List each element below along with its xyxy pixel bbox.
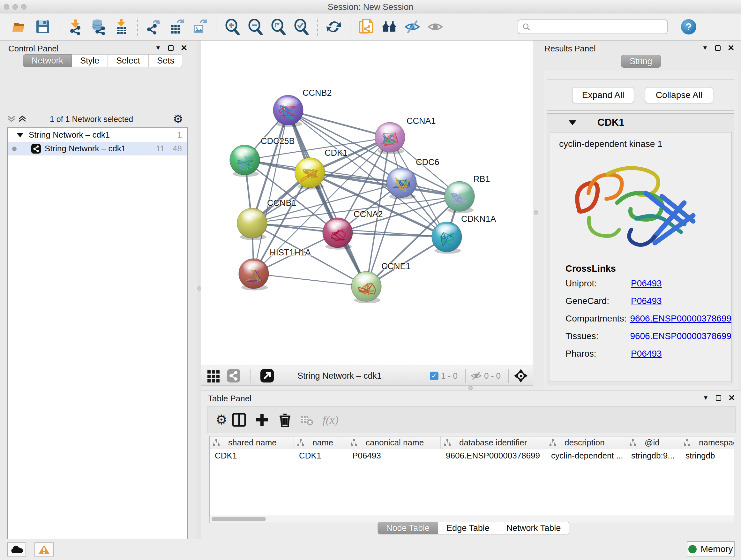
panel-collapse-icon[interactable]: ▼: [703, 394, 709, 401]
memory-button[interactable]: Memory: [687, 541, 735, 557]
column-header-description[interactable]: description: [546, 436, 626, 449]
collapse-expand-all-icon[interactable]: [7, 115, 27, 123]
crosslink-link[interactable]: P06493: [631, 349, 662, 359]
network-view-canvas[interactable]: CCNB2CCNA1CDC25BCDK1CDC6RB1CCNB1CCNA2CDK…: [201, 41, 533, 366]
tab-string[interactable]: String: [621, 55, 661, 68]
import-database-icon[interactable]: [90, 19, 106, 35]
node-table[interactable]: shared namenamecanonical namedatabase id…: [209, 436, 734, 516]
search-input[interactable]: [530, 22, 663, 32]
pan-tool-icon[interactable]: [514, 369, 528, 383]
crosslink-link[interactable]: P06493: [631, 278, 662, 289]
delete-column-icon[interactable]: [278, 413, 292, 427]
panel-float-icon[interactable]: [716, 395, 721, 401]
open-file-icon[interactable]: [12, 19, 28, 35]
tab-style[interactable]: Style: [72, 54, 108, 67]
scrollbar-thumb[interactable]: [212, 517, 266, 521]
refresh-icon[interactable]: [326, 19, 342, 35]
column-header-shared-name[interactable]: shared name: [210, 436, 294, 449]
edge-CCNB2-CCNA1[interactable]: [288, 110, 390, 137]
edge-HIST1H1A-CCNE1[interactable]: [254, 273, 366, 287]
string-import-icon[interactable]: [358, 19, 374, 35]
node-CCNA1[interactable]: CCNA1: [375, 116, 436, 154]
tab-node-table[interactable]: Node Table: [378, 522, 438, 535]
tab-select[interactable]: Select: [108, 54, 149, 67]
table-cell[interactable]: stringdb: [680, 449, 734, 462]
panel-close-icon[interactable]: ✕: [728, 45, 735, 51]
export-table-icon[interactable]: [169, 19, 185, 35]
zoom-fit-icon[interactable]: [270, 19, 286, 35]
table-cell[interactable]: 9606.ENSP00000378699: [441, 449, 546, 462]
collapse-all-button[interactable]: Collapse All: [645, 87, 713, 103]
string-home-icon[interactable]: [381, 19, 397, 35]
panel-float-icon[interactable]: [715, 45, 721, 51]
network-overview-icon[interactable]: [226, 368, 241, 383]
table-options-gear-icon[interactable]: ⚙: [215, 414, 227, 426]
zoom-out-icon[interactable]: [247, 19, 263, 35]
table-cell[interactable]: cyclin-dependent ...: [546, 449, 626, 462]
network-collection-row[interactable]: String Network – cdk1 1: [8, 128, 187, 142]
network-row[interactable]: String Network – cdk1 11 48: [8, 142, 187, 155]
column-header-namespace[interactable]: namespace: [680, 436, 734, 449]
panel-collapse-icon[interactable]: ▼: [155, 44, 161, 51]
edge-CCNB2-CCNE1[interactable]: [288, 110, 366, 287]
node-CDKN1A[interactable]: CDKN1A: [432, 214, 496, 254]
splitter-handle[interactable]: [534, 210, 538, 214]
help-button[interactable]: ?: [681, 19, 696, 35]
column-header-canonical-name[interactable]: canonical name: [347, 436, 441, 449]
node-HIST1H1A[interactable]: HIST1H1A: [239, 248, 311, 291]
collection-expand-icon[interactable]: [17, 133, 23, 137]
export-network-icon[interactable]: [146, 19, 162, 35]
cloud-status-button[interactable]: [7, 543, 26, 557]
zoom-in-icon[interactable]: [224, 19, 240, 35]
delete-table-icon[interactable]: [300, 414, 313, 426]
expand-all-button[interactable]: Expand All: [572, 87, 634, 103]
table-cell[interactable]: CDK1: [210, 449, 294, 462]
column-header--id[interactable]: @id: [626, 436, 680, 449]
show-columns-icon[interactable]: [232, 413, 246, 427]
node-RB1[interactable]: RB1: [445, 174, 490, 213]
crosslink-link[interactable]: P06493: [631, 296, 662, 306]
table-cell[interactable]: CDK1: [294, 449, 347, 462]
table-row[interactable]: CDK1CDK1P064939606.ENSP00000378699cyclin…: [210, 449, 734, 462]
horizontal-splitter[interactable]: [201, 386, 533, 390]
tab-sets[interactable]: Sets: [149, 54, 183, 67]
panel-close-icon[interactable]: ✕: [181, 45, 188, 51]
panel-close-icon[interactable]: ✕: [728, 395, 735, 401]
node-CCNB1[interactable]: CCNB1: [237, 198, 296, 240]
tab-network[interactable]: Network: [23, 54, 72, 67]
node-CCNE1[interactable]: CCNE1: [351, 261, 411, 303]
node-section-header[interactable]: CDK1: [547, 114, 734, 132]
toolbar-separator: [216, 17, 216, 36]
network-options-gear-icon[interactable]: ⚙: [173, 113, 183, 125]
network-graph[interactable]: CCNB2CCNA1CDC25BCDK1CDC6RB1CCNB1CCNA2CDK…: [201, 41, 533, 366]
crosslink-link[interactable]: 9606.ENSP00000378699: [630, 331, 731, 341]
table-cell[interactable]: stringdb:9...: [626, 449, 680, 462]
search-box[interactable]: [518, 19, 668, 34]
right-splitter[interactable]: [533, 41, 539, 390]
column-header-database-identifier[interactable]: database identifier: [441, 436, 546, 449]
export-image-icon[interactable]: [192, 19, 208, 35]
tab-edge-table[interactable]: Edge Table: [438, 522, 498, 535]
panel-float-icon[interactable]: [168, 45, 174, 51]
section-collapse-icon[interactable]: [569, 120, 576, 125]
import-network-icon[interactable]: [67, 19, 83, 35]
node-CDC25B[interactable]: CDC25B: [230, 136, 295, 177]
function-builder-icon[interactable]: f(x): [323, 413, 339, 427]
add-column-icon[interactable]: [255, 413, 269, 427]
selected-checkbox-icon[interactable]: ✓: [430, 372, 439, 380]
hide-glasspane-icon[interactable]: [404, 19, 420, 35]
crosslink-link[interactable]: 9606.ENSP00000378699: [630, 314, 731, 324]
splitter-handle[interactable]: [468, 386, 473, 390]
detach-view-icon[interactable]: [260, 368, 274, 383]
birds-eye-view-icon[interactable]: [207, 368, 221, 383]
table-cell[interactable]: P06493: [347, 449, 441, 462]
zoom-selected-icon[interactable]: [293, 19, 309, 35]
import-table-icon[interactable]: [113, 19, 129, 35]
panel-collapse-icon[interactable]: ▼: [702, 44, 708, 51]
tab-network-table[interactable]: Network Table: [498, 522, 569, 535]
save-session-icon[interactable]: [35, 19, 51, 35]
warning-status-button[interactable]: [35, 543, 54, 557]
column-header-name[interactable]: name: [294, 436, 347, 449]
show-glasspane-icon[interactable]: [427, 19, 443, 35]
left-splitter[interactable]: [197, 41, 201, 539]
